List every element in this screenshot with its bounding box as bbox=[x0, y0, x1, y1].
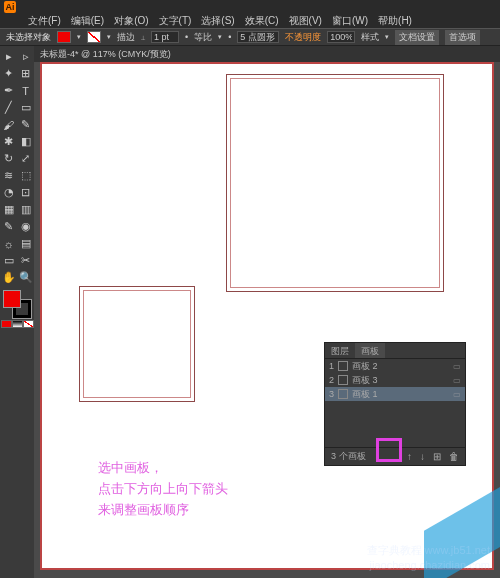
artboard-list: 1 画板 2 ▭ 2 画板 3 ▭ 3 画板 1 ▭ bbox=[325, 359, 465, 401]
eraser-tool[interactable]: ◧ bbox=[17, 133, 34, 150]
column-graph-tool[interactable]: ▤ bbox=[17, 235, 34, 252]
pencil-tool[interactable]: ✎ bbox=[17, 116, 34, 133]
menubar: 文件(F) 编辑(E) 对象(O) 文字(T) 选择(S) 效果(C) 视图(V… bbox=[0, 14, 500, 28]
fill-stroke-control[interactable] bbox=[3, 290, 31, 318]
style-label[interactable]: 样式 bbox=[361, 31, 379, 44]
menu-object[interactable]: 对象(O) bbox=[114, 14, 148, 28]
color-mode-solid[interactable] bbox=[1, 320, 12, 328]
width-tool[interactable]: ≋ bbox=[0, 167, 17, 184]
panel-tab-artboards[interactable]: 画板 bbox=[355, 343, 385, 358]
annotation-line-3: 来调整画板顺序 bbox=[98, 500, 228, 521]
stroke-swatch[interactable] bbox=[87, 31, 101, 43]
perspective-tool[interactable]: ⊡ bbox=[17, 184, 34, 201]
color-mode-gradient[interactable] bbox=[12, 320, 23, 328]
new-artboard-icon[interactable]: ⊞ bbox=[433, 451, 441, 462]
eyedropper-tool[interactable]: ✎ bbox=[0, 218, 17, 235]
stroke-weight-input[interactable] bbox=[151, 31, 179, 43]
highlight-callout bbox=[376, 438, 402, 462]
app-logo: Ai bbox=[4, 1, 16, 13]
menu-effect[interactable]: 效果(C) bbox=[245, 14, 279, 28]
pen-tool[interactable]: ✒ bbox=[0, 82, 17, 99]
artboard-row[interactable]: 1 画板 2 ▭ bbox=[325, 359, 465, 373]
uniform-label[interactable]: 等比 bbox=[194, 31, 212, 44]
row-options-icon[interactable]: ▭ bbox=[453, 376, 461, 385]
row-index: 1 bbox=[329, 361, 334, 371]
opacity-label[interactable]: 不透明度 bbox=[285, 31, 321, 44]
menu-select[interactable]: 选择(S) bbox=[201, 14, 234, 28]
fill-dropdown-icon[interactable]: ▾ bbox=[77, 33, 81, 41]
paintbrush-tool[interactable]: 🖌 bbox=[0, 116, 17, 133]
stroke-label: 描边 bbox=[117, 31, 135, 44]
opacity-input[interactable] bbox=[327, 31, 355, 43]
color-mode-switches bbox=[1, 320, 34, 328]
lasso-tool[interactable]: ⊞ bbox=[17, 65, 34, 82]
artboard-small[interactable] bbox=[79, 286, 195, 402]
annotation-text: 选中画板， 点击下方向上向下箭头 来调整画板顺序 bbox=[98, 458, 228, 520]
shape-input[interactable] bbox=[237, 31, 279, 43]
mesh-tool[interactable]: ▦ bbox=[0, 201, 17, 218]
artboard-large[interactable] bbox=[226, 74, 444, 292]
shape-builder-tool[interactable]: ◔ bbox=[0, 184, 17, 201]
row-index: 3 bbox=[329, 389, 334, 399]
artboard-icon bbox=[338, 361, 348, 371]
menu-help[interactable]: 帮助(H) bbox=[378, 14, 412, 28]
line-tool[interactable]: ╱ bbox=[0, 99, 17, 116]
row-options-icon[interactable]: ▭ bbox=[453, 390, 461, 399]
menu-type[interactable]: 文字(T) bbox=[159, 14, 192, 28]
document-tab[interactable]: 未标题-4* @ 117% (CMYK/预览) bbox=[34, 46, 500, 62]
move-down-icon[interactable]: ↓ bbox=[420, 451, 425, 462]
magic-wand-tool[interactable]: ✦ bbox=[0, 65, 17, 82]
delete-artboard-icon[interactable]: 🗑 bbox=[449, 451, 459, 462]
scale-tool[interactable]: ⤢ bbox=[17, 150, 34, 167]
artboard-row[interactable]: 2 画板 3 ▭ bbox=[325, 373, 465, 387]
zoom-tool[interactable]: 🔍 bbox=[17, 269, 34, 286]
gradient-tool[interactable]: ▥ bbox=[17, 201, 34, 218]
blend-tool[interactable]: ◉ bbox=[17, 218, 34, 235]
prefs-button[interactable]: 首选项 bbox=[445, 30, 480, 45]
menu-file[interactable]: 文件(F) bbox=[28, 14, 61, 28]
artboard-name: 画板 3 bbox=[352, 374, 449, 387]
symbol-sprayer-tool[interactable]: ☼ bbox=[0, 235, 17, 252]
artboard-icon bbox=[338, 389, 348, 399]
selection-status: 未选择对象 bbox=[6, 31, 51, 44]
rectangle-tool[interactable]: ▭ bbox=[17, 99, 34, 116]
direct-selection-tool[interactable]: ▹ bbox=[17, 48, 34, 65]
options-bar: 未选择对象 ▾ ▾ 描边 ⟂ • 等比 ▾ • 不透明度 样式 ▾ 文档设置 首… bbox=[0, 28, 500, 46]
menu-view[interactable]: 视图(V) bbox=[289, 14, 322, 28]
move-up-icon[interactable]: ↑ bbox=[407, 451, 412, 462]
row-options-icon[interactable]: ▭ bbox=[453, 362, 461, 371]
row-index: 2 bbox=[329, 375, 334, 385]
selection-tool[interactable]: ▸ bbox=[0, 48, 17, 65]
artboard-tool[interactable]: ▭ bbox=[0, 252, 17, 269]
hand-tool[interactable]: ✋ bbox=[0, 269, 17, 286]
stroke-dropdown-icon[interactable]: ▾ bbox=[107, 33, 111, 41]
rotate-tool[interactable]: ↻ bbox=[0, 150, 17, 167]
blob-brush-tool[interactable]: ✱ bbox=[0, 133, 17, 150]
artboard-icon bbox=[338, 375, 348, 385]
titlebar: Ai bbox=[0, 0, 500, 14]
type-tool[interactable]: T bbox=[17, 82, 34, 99]
free-transform-tool[interactable]: ⬚ bbox=[17, 167, 34, 184]
panel-tab-layers[interactable]: 图层 bbox=[325, 343, 355, 358]
menu-edit[interactable]: 编辑(E) bbox=[71, 14, 104, 28]
artboard-name: 画板 2 bbox=[352, 360, 449, 373]
fill-swatch[interactable] bbox=[57, 31, 71, 43]
color-mode-none[interactable] bbox=[23, 320, 34, 328]
annotation-line-2: 点击下方向上向下箭头 bbox=[98, 479, 228, 500]
artboard-row-selected[interactable]: 3 画板 1 ▭ bbox=[325, 387, 465, 401]
doc-setup-button[interactable]: 文档设置 bbox=[395, 30, 439, 45]
artboard-name: 画板 1 bbox=[352, 388, 449, 401]
tools-panel: ▸ ▹ ✦ ⊞ ✒ T ╱ ▭ 🖌 ✎ ✱ ◧ ↻ ⤢ ≋ ⬚ ◔ ⊡ ▦ ▥ … bbox=[0, 46, 34, 578]
menu-window[interactable]: 窗口(W) bbox=[332, 14, 368, 28]
annotation-line-1: 选中画板， bbox=[98, 458, 228, 479]
fill-color[interactable] bbox=[3, 290, 21, 308]
artboard-count: 3 个画板 bbox=[331, 450, 366, 463]
slice-tool[interactable]: ✂ bbox=[17, 252, 34, 269]
